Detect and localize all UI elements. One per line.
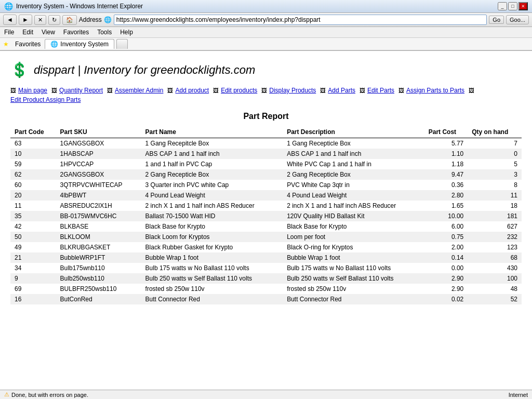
- cell-cost: 0.02: [424, 294, 468, 304]
- tab-bar: 🌐 Inventory System: [45, 39, 128, 49]
- nav-link-icon-5: 🖼: [261, 87, 267, 94]
- cell-name: Ballast 70-1500 Watt HID: [141, 211, 283, 221]
- cell-sku: Bulb175wnb110: [56, 263, 141, 273]
- search-button[interactable]: Goo...: [506, 15, 529, 24]
- nav-link-icon-1: 🖼: [51, 87, 57, 94]
- cell-code: 11: [10, 201, 56, 211]
- cell-cost: 1.65: [424, 201, 468, 211]
- menu-file[interactable]: File: [0, 28, 18, 37]
- new-tab[interactable]: [116, 39, 128, 49]
- cell-code: 59: [10, 159, 56, 169]
- cell-qty: 3: [468, 169, 522, 180]
- cell-sku: Bulb250wsb110: [56, 273, 141, 284]
- address-label: Address: [79, 16, 102, 23]
- cell-code: 21: [10, 252, 56, 263]
- cell-qty: 123: [468, 242, 522, 252]
- close-btn[interactable]: ✕: [518, 2, 528, 10]
- maximize-btn[interactable]: □: [508, 2, 517, 10]
- cell-desc: Bubble Wrap 1 foot: [283, 252, 424, 263]
- cell-sku: 2GANGSGBOX: [56, 169, 141, 180]
- menu-favorites[interactable]: Favorites: [59, 28, 93, 37]
- cell-desc: Butt Connector Red: [283, 294, 424, 304]
- cell-qty: 8: [468, 180, 522, 190]
- browser-chrome: 🌐 Inventory System - Windows Internet Ex…: [0, 0, 532, 51]
- cell-sku: BB-0175WMVC6HC: [56, 211, 141, 221]
- go-button[interactable]: Go: [489, 16, 504, 24]
- nav-link-edit-product-assign[interactable]: Edit Product Assign Parts: [10, 96, 81, 103]
- table-row: 204lbPBWT4 Pound Lead Weight4 Pound Lead…: [10, 190, 522, 201]
- cell-name: Bubble Wrap 1 foot: [141, 252, 283, 263]
- cell-cost: 6.00: [424, 221, 468, 232]
- page-title: disppart | Inventory for greendocklights…: [34, 63, 255, 77]
- col-header-qty: Qty on hand: [468, 126, 522, 138]
- cell-desc: 2 Gang Recepticle Box: [283, 169, 424, 180]
- cell-cost: 9.47: [424, 169, 468, 180]
- cell-name: Black Rubber Gasket for Krypto: [141, 242, 283, 252]
- table-row: 49BLKRUBGASKETBlack Rubber Gasket for Kr…: [10, 242, 522, 252]
- nav-link-add-product[interactable]: Add product: [175, 87, 209, 94]
- nav-link-quantity-report[interactable]: Quantity Report: [59, 87, 103, 94]
- nav-link-assembler-admin[interactable]: Assembler Admin: [115, 87, 163, 94]
- table-row: 603QTRPVCWHITECAP3 Quarter inch PVC whit…: [10, 180, 522, 190]
- nav-link-add-parts[interactable]: Add Parts: [328, 87, 355, 94]
- refresh-button[interactable]: ↻: [48, 15, 60, 25]
- menu-help[interactable]: Help: [116, 28, 137, 37]
- cell-name: 4 Pound Lead Weight: [141, 190, 283, 201]
- cell-sku: 4lbPBWT: [56, 190, 141, 201]
- home-button[interactable]: 🏠: [62, 15, 77, 25]
- back-button[interactable]: ◄: [3, 15, 17, 25]
- cell-qty: 18: [468, 201, 522, 211]
- menu-edit[interactable]: Edit: [18, 28, 37, 37]
- nav-link-icon-6: 🖼: [320, 87, 326, 94]
- cell-desc: frosted sb 250w 110v: [283, 284, 424, 294]
- cell-desc: Bulb 250 watts w Self Ballast 110 volts: [283, 273, 424, 284]
- cell-name: frosted sb 250w 110v: [141, 284, 283, 294]
- current-tab[interactable]: 🌐 Inventory System: [45, 39, 114, 49]
- cell-code: 69: [10, 284, 56, 294]
- cell-desc: Black Base for Krypto: [283, 221, 424, 232]
- cell-qty: 100: [468, 273, 522, 284]
- menu-tools[interactable]: Tools: [93, 28, 116, 37]
- report-title: Part Report: [10, 112, 522, 121]
- nav-link-main-page[interactable]: Main page: [18, 87, 47, 94]
- cell-code: 34: [10, 263, 56, 273]
- cell-code: 10: [10, 149, 56, 159]
- nav-link-edit-parts[interactable]: Edit Parts: [367, 87, 394, 94]
- col-header-name: Part Name: [141, 126, 283, 138]
- cell-name: 2 inch X 1 and 1 half inch ABS Reducer: [141, 201, 283, 211]
- col-header-cost: Part Cost: [424, 126, 468, 138]
- nav-link-display-products[interactable]: Display Products: [269, 87, 316, 94]
- cell-cost: 0.75: [424, 232, 468, 242]
- cell-code: 42: [10, 221, 56, 232]
- stop-button[interactable]: ✕: [34, 15, 46, 25]
- cell-qty: 48: [468, 284, 522, 294]
- nav-link-assign-parts[interactable]: Assign Parts to Parts: [406, 87, 464, 94]
- cell-name: 1 and 1 half in PVC Cap: [141, 159, 283, 169]
- cell-desc: Bulb 175 watts w No Ballast 110 volts: [283, 263, 424, 273]
- cell-code: 62: [10, 169, 56, 180]
- cell-qty: 11: [468, 190, 522, 201]
- cell-desc: Black O-ring for Kryptos: [283, 242, 424, 252]
- cell-sku: ButConRed: [56, 294, 141, 304]
- cell-qty: 627: [468, 221, 522, 232]
- nav-link-icon-7: 🖼: [360, 87, 365, 94]
- ie-icon: 🌐: [4, 2, 13, 10]
- favorites-button[interactable]: Favorites: [15, 41, 41, 48]
- url-input[interactable]: [114, 15, 487, 25]
- menu-view[interactable]: View: [37, 28, 59, 37]
- table-row: 591HPVCCAP1 and 1 half in PVC CapWhite P…: [10, 159, 522, 169]
- nav-bar: ◄ ► ✕ ↻ 🏠 Address 🌐 Go Goo...: [0, 13, 532, 27]
- nav-link-edit-products[interactable]: Edit products: [221, 87, 257, 94]
- cell-desc: White PVC Cap 1 and 1 half in: [283, 159, 424, 169]
- title-code: disppart: [34, 63, 74, 76]
- cell-sku: BLKRUBGASKET: [56, 242, 141, 252]
- cell-name: 1 Gang Recepitcle Box: [141, 138, 283, 149]
- parts-table: Part Code Part SKU Part Name Part Descri…: [10, 126, 522, 304]
- table-row: 11ABSREDUC2IX1H2 inch X 1 and 1 half inc…: [10, 201, 522, 211]
- title-text: Inventory for greendocklights.com: [84, 63, 255, 76]
- forward-button[interactable]: ►: [19, 15, 32, 25]
- cell-cost: 1.10: [424, 149, 468, 159]
- minimize-btn[interactable]: _: [498, 2, 507, 10]
- favorites-bar: ★ Favorites 🌐 Inventory System: [0, 38, 532, 50]
- table-row: 69BULBFR250wsb110frosted sb 250w 110vfro…: [10, 284, 522, 294]
